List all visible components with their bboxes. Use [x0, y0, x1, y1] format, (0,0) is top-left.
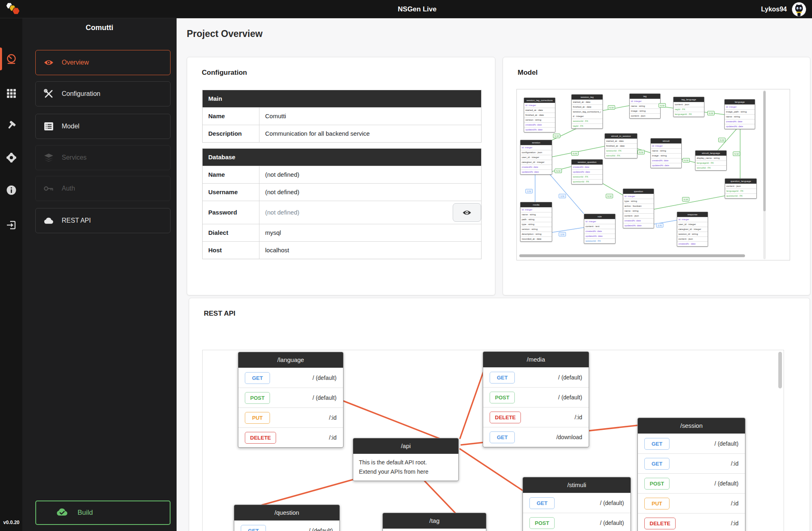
dashboard-gauge-icon [6, 53, 17, 65]
api-endpoint-card-tag[interactable]: /tagGET/ (default)POST/ (default) [382, 513, 486, 531]
er-relationship-label: 1:N [559, 194, 566, 198]
rail-settings-button[interactable] [0, 146, 22, 169]
api-route-path: / (default) [715, 480, 739, 487]
er-entity-field: caregiver_id : integer [520, 160, 552, 165]
api-endpoint-card-api[interactable]: /apiThis is the default API root.Extend … [353, 438, 459, 481]
rail-tools-button[interactable] [0, 114, 22, 137]
sidebar-item-label: REST API [62, 217, 91, 224]
delete-method-badge[interactable]: DELETE [644, 518, 676, 529]
er-entity-rule[interactable]: ruleid: integercontent : textcreatedAt: … [584, 214, 615, 244]
sidebar-item-overview[interactable]: Overview [35, 50, 171, 75]
show-password-button[interactable] [453, 203, 481, 222]
nsgen-logo-icon[interactable] [4, 2, 22, 17]
er-entity-stimuli_in_session[interactable]: stimuli_in_sessionstarted_at : datefinis… [605, 133, 637, 158]
rail-info-button[interactable] [0, 179, 22, 202]
api-endpoint-name: /api [353, 438, 458, 454]
config-row-username: Username(not defined) [203, 183, 481, 201]
get-method-badge[interactable]: GET [644, 458, 669, 470]
er-entity-question_language[interactable]: question_languagecontent : jsonlanguageI… [725, 178, 757, 199]
get-method-badge[interactable]: GET [644, 438, 669, 450]
er-entity-session_tag_corrections[interactable]: session_tag_correctionsid: integerstarte… [524, 98, 555, 132]
er-entity-session[interactable]: sessionid: integerconfiguration : jsonus… [520, 140, 552, 175]
er-relationship-label: 1:N [656, 223, 663, 228]
app-title: NSGen Live [22, 0, 812, 18]
post-method-badge[interactable]: POST [490, 392, 515, 403]
config-row-label: Name [203, 166, 259, 184]
sidebar-item-configuration[interactable]: Configuration [35, 81, 171, 106]
rest-vertical-scrollbar[interactable] [778, 352, 782, 388]
get-method-badge[interactable]: GET [490, 431, 515, 443]
er-entity-field: version : string [520, 227, 552, 232]
er-entity-response[interactable]: responseid: integeruser_id : integercare… [677, 212, 708, 247]
user-avatar[interactable] [792, 2, 806, 17]
key-icon [44, 184, 54, 193]
get-method-badge[interactable]: GET [490, 372, 515, 384]
er-entity-field: stimuliId : FK [695, 165, 726, 170]
er-entity-field: id: integer [677, 217, 708, 222]
er-relationship-label: N:M [608, 105, 615, 110]
configuration-card-title: Configuration [202, 69, 247, 77]
api-route-path: / (default) [600, 500, 624, 506]
api-endpoint-card-media[interactable]: /mediaGET/ (default)POST/ (default)DELET… [483, 351, 589, 447]
er-entity-field: image_path : string [725, 109, 755, 114]
api-method-row: GET/ (default) [483, 367, 589, 387]
sidebar-item-model[interactable]: Model [35, 114, 171, 139]
api-method-row: GET/:id [638, 453, 745, 473]
er-entity-media[interactable]: mediaid: integername : stringpath : stri… [520, 202, 552, 242]
model-card: Model session_tag_correctionsid: integer… [503, 57, 810, 295]
post-method-badge[interactable]: POST [529, 517, 555, 529]
sidebar-item-services[interactable]: Services [35, 145, 171, 170]
config-row-label: Name [203, 108, 259, 125]
api-endpoint-card-stimuli[interactable]: /stimuliGET/ (default)POST/ (default)PUT… [523, 477, 631, 531]
get-method-badge[interactable]: GET [529, 497, 555, 509]
er-relationship-label: N:M [571, 151, 579, 156]
config-row-host: Hostlocalhost [203, 241, 481, 259]
username-label[interactable]: Lykos94 [761, 0, 787, 18]
post-method-badge[interactable]: POST [644, 478, 669, 490]
er-entity-field: type : string [520, 222, 552, 227]
er-entity-field: type : string [623, 199, 654, 204]
delete-method-badge[interactable]: DELETE [490, 412, 521, 423]
config-row-description: DescriptionCommunication for all backend… [203, 125, 481, 142]
er-entity-session_question[interactable]: session_questioncreatedAt: dateupdatedAt… [571, 159, 603, 184]
api-endpoint-card-question[interactable]: /questionGET/ (default)POST/ (default) [234, 505, 340, 531]
er-relationship-label: N:M [553, 134, 560, 138]
er-entity-field: finished_at : date [605, 143, 637, 148]
logout-icon [6, 220, 17, 230]
config-row-value: localhost [259, 242, 481, 259]
er-entity-tag_language[interactable]: tag_languagecontent : jsontagId : FKlang… [673, 97, 704, 117]
put-method-badge[interactable]: PUT [644, 498, 669, 509]
model-vertical-scrollbar[interactable] [763, 91, 766, 211]
sidebar-item-auth[interactable]: Auth [35, 176, 171, 201]
api-method-row: GET/ (default) [638, 433, 745, 453]
er-entity-stimuli_language[interactable]: stimuli_languagedisplay_name : stringlan… [695, 150, 727, 171]
model-horizontal-scrollbar[interactable] [519, 254, 745, 257]
build-button[interactable]: Build [35, 501, 171, 525]
rail-apps-button[interactable] [0, 82, 22, 105]
rest-api-diagram-panel[interactable]: /languageGET/ (default)POST/ (default)PU… [202, 350, 784, 531]
post-method-badge[interactable]: POST [245, 392, 270, 404]
er-entity-name: session [520, 140, 552, 145]
api-root-note: This is the default API root.Extend your… [353, 454, 458, 481]
api-endpoint-card-session[interactable]: /sessionGET/ (default)GET/:idPOST/ (defa… [637, 418, 745, 531]
rail-dashboard-button[interactable] [0, 48, 22, 70]
er-entity-question[interactable]: questionid: integertype : stringactive :… [623, 189, 654, 228]
er-entity-session_tag[interactable]: session_tagstarted_at : datefinished_at … [571, 94, 603, 129]
delete-method-badge[interactable]: DELETE [245, 432, 276, 444]
config-row-label: Password [203, 201, 259, 224]
api-route-path: /:id [731, 500, 739, 507]
er-entity-stimuli[interactable]: stimuliid: integername : stringimage : s… [650, 138, 682, 168]
get-method-badge[interactable]: GET [245, 372, 270, 384]
api-endpoint-card-language[interactable]: /languageGET/ (default)POST/ (default)PU… [238, 352, 343, 448]
rail-logout-button[interactable] [0, 214, 22, 236]
er-entity-field: started_at : date [572, 100, 603, 104]
get-method-badge[interactable]: GET [241, 525, 266, 531]
config-row-value: mysql [259, 224, 481, 242]
put-method-badge[interactable]: PUT [245, 412, 270, 424]
er-entity-field: name : string [725, 114, 755, 119]
sidebar-item-rest-api[interactable]: REST API [35, 208, 171, 233]
er-diagram-panel[interactable]: session_tag_correctionsid: integerstarte… [516, 89, 790, 260]
er-entity-language[interactable]: languageid: integerimage_path : stringna… [724, 99, 755, 129]
sidebar-item-label: Services [62, 154, 86, 161]
er-entity-tag[interactable]: tagid: integername : stringimage : strin… [629, 93, 661, 119]
